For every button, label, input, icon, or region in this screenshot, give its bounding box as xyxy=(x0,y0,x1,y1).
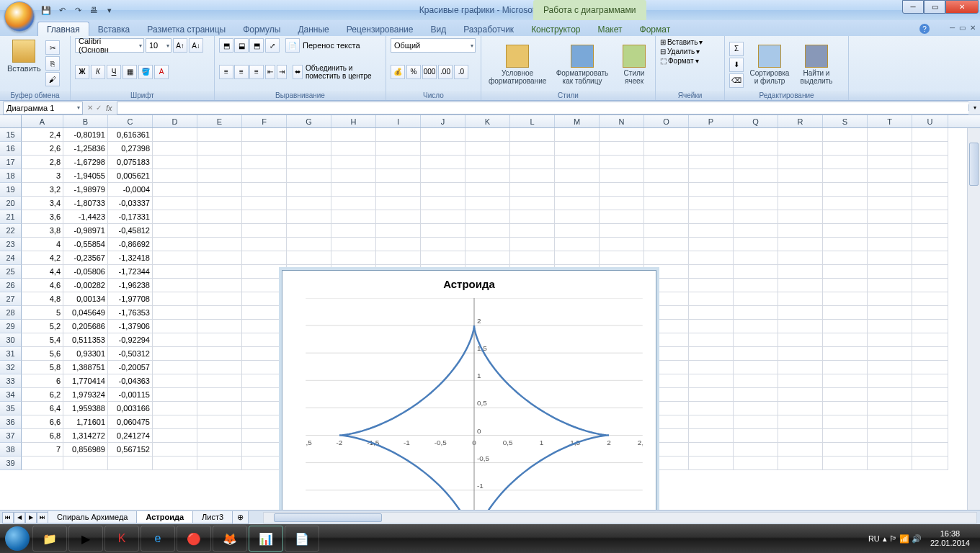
cell[interactable] xyxy=(600,183,644,197)
decrease-font-button[interactable]: A↓ xyxy=(189,38,203,53)
cell[interactable] xyxy=(778,169,823,183)
column-header[interactable]: P xyxy=(689,115,734,127)
cell[interactable] xyxy=(778,374,823,388)
cell[interactable] xyxy=(331,210,376,224)
sort-filter-button[interactable]: Сортировка и фильтр xyxy=(745,43,794,86)
align-top-button[interactable]: ⬒ xyxy=(219,38,233,53)
cell[interactable] xyxy=(689,238,734,251)
cell[interactable] xyxy=(242,402,287,415)
cell[interactable] xyxy=(734,306,778,320)
cell[interactable]: 4 xyxy=(22,238,63,251)
cell[interactable]: -1,32418 xyxy=(108,251,153,265)
cell[interactable] xyxy=(778,415,823,429)
cell[interactable] xyxy=(376,183,421,197)
cell[interactable]: -1,72344 xyxy=(108,265,153,279)
cell[interactable] xyxy=(242,415,287,429)
cell[interactable]: 6,4 xyxy=(22,402,63,415)
fill-color-button[interactable]: 🪣 xyxy=(138,65,153,79)
autosum-button[interactable]: Σ xyxy=(729,42,744,56)
cell[interactable] xyxy=(734,361,778,374)
horizontal-scrollbar[interactable] xyxy=(263,512,977,523)
cell[interactable] xyxy=(778,251,823,265)
column-header[interactable]: J xyxy=(421,115,466,127)
cell[interactable] xyxy=(376,251,421,265)
column-header[interactable]: O xyxy=(644,115,689,127)
taskbar-excel[interactable]: 📊 xyxy=(249,526,283,552)
cell[interactable] xyxy=(600,238,644,251)
cell[interactable] xyxy=(510,169,555,183)
minimize-button[interactable]: ─ xyxy=(902,0,924,14)
cell[interactable] xyxy=(689,183,734,197)
column-header[interactable]: C xyxy=(108,115,153,127)
increase-font-button[interactable]: A↑ xyxy=(173,38,187,53)
cell[interactable] xyxy=(868,374,912,388)
cell[interactable] xyxy=(689,388,734,402)
cell[interactable] xyxy=(153,251,197,265)
cell[interactable] xyxy=(778,388,823,402)
cell[interactable]: 0,205686 xyxy=(63,320,108,333)
cell[interactable] xyxy=(242,320,287,333)
cell[interactable] xyxy=(242,169,287,183)
cell[interactable] xyxy=(376,197,421,210)
cell[interactable] xyxy=(868,415,912,429)
cell[interactable] xyxy=(912,251,948,265)
cell[interactable] xyxy=(466,224,510,238)
cell[interactable]: 3 xyxy=(22,169,63,183)
cell[interactable] xyxy=(510,142,555,156)
column-header[interactable]: H xyxy=(331,115,376,127)
cell[interactable] xyxy=(331,128,376,142)
cell[interactable] xyxy=(197,279,242,292)
decrease-decimal-button[interactable]: .0 xyxy=(454,65,468,79)
cell[interactable] xyxy=(242,224,287,238)
cell[interactable] xyxy=(510,238,555,251)
cell[interactable] xyxy=(331,224,376,238)
font-color-button[interactable]: A xyxy=(154,65,169,79)
cell[interactable] xyxy=(689,128,734,142)
delete-cells-button[interactable]: ⊟ Удалить ▾ xyxy=(660,48,720,55)
cell[interactable] xyxy=(287,224,331,238)
cell[interactable] xyxy=(912,415,948,429)
cell[interactable]: 1,71601 xyxy=(63,415,108,429)
cell[interactable] xyxy=(466,183,510,197)
cancel-formula-icon[interactable]: ✕ xyxy=(87,104,93,112)
cell[interactable] xyxy=(242,197,287,210)
tab-chart-format[interactable]: Формат xyxy=(631,22,680,36)
sheet-tab-2[interactable]: Астроида xyxy=(136,511,193,523)
cell[interactable] xyxy=(912,265,948,279)
cell[interactable] xyxy=(153,306,197,320)
cell[interactable] xyxy=(421,238,466,251)
cell[interactable]: 6,6 xyxy=(22,415,63,429)
cell[interactable] xyxy=(823,224,868,238)
cell[interactable] xyxy=(734,128,778,142)
cell[interactable] xyxy=(644,169,689,183)
cell[interactable] xyxy=(868,251,912,265)
cell[interactable] xyxy=(868,320,912,333)
cell[interactable] xyxy=(600,128,644,142)
cell[interactable] xyxy=(734,402,778,415)
sheet-nav-last[interactable]: ⏭ xyxy=(37,512,48,523)
cell[interactable] xyxy=(197,169,242,183)
underline-button[interactable]: Ч xyxy=(107,65,121,79)
row-header[interactable]: 27 xyxy=(0,292,22,306)
cell[interactable] xyxy=(197,402,242,415)
tab-view[interactable]: Вид xyxy=(422,22,455,36)
cell[interactable] xyxy=(689,156,734,169)
cell[interactable]: -0,03337 xyxy=(108,197,153,210)
cell[interactable] xyxy=(778,429,823,443)
cell[interactable] xyxy=(734,142,778,156)
cell[interactable] xyxy=(153,333,197,347)
enter-formula-icon[interactable]: ✓ xyxy=(96,104,102,112)
cell[interactable] xyxy=(242,265,287,279)
row-header[interactable]: 24 xyxy=(0,251,22,265)
cell[interactable] xyxy=(242,128,287,142)
column-header[interactable]: R xyxy=(778,115,823,127)
cell[interactable] xyxy=(912,210,948,224)
cell[interactable] xyxy=(734,183,778,197)
cell[interactable] xyxy=(912,402,948,415)
cell[interactable] xyxy=(555,142,600,156)
cell[interactable] xyxy=(868,169,912,183)
cell[interactable] xyxy=(823,443,868,457)
cell[interactable] xyxy=(555,183,600,197)
cell[interactable]: -0,86692 xyxy=(108,238,153,251)
cell[interactable] xyxy=(912,183,948,197)
